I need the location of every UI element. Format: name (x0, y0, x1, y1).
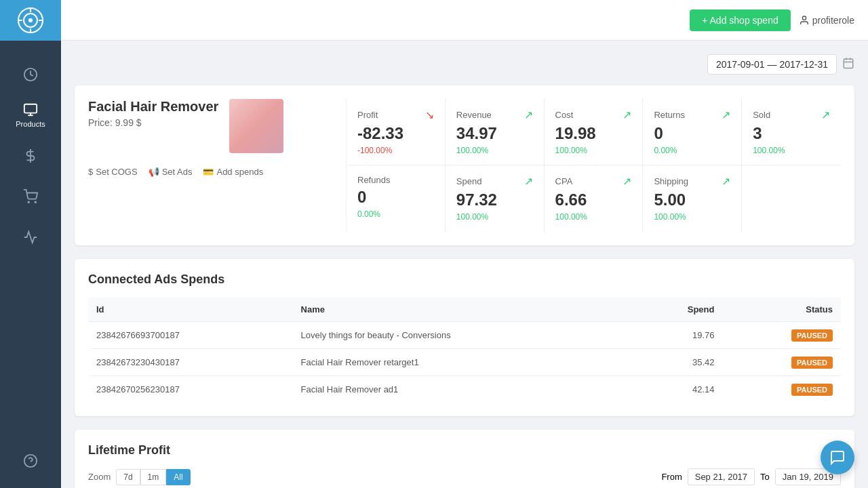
trend-up-icon: ↗ (722, 108, 730, 121)
trend-up-icon: ↗ (524, 175, 533, 188)
card-icon: 💳 (203, 167, 214, 177)
metric-label-profit: Profit (357, 110, 378, 120)
col-name: Name (293, 298, 634, 322)
product-image-placeholder (229, 99, 283, 153)
product-title: Facial Hair Remover (88, 99, 218, 115)
sidebar-item-products-label: Products (16, 120, 45, 128)
metrics-grid: Profit ↘ -82.33 -100.00% Revenue ↗ 34.97… (346, 99, 841, 232)
zoom-1m-button[interactable]: 1m (140, 469, 167, 485)
chat-button[interactable] (821, 441, 854, 474)
metric-cell-profit: Profit ↘ -82.33 -100.00% (347, 99, 446, 165)
metric-label-refunds: Refunds (357, 175, 390, 185)
ads-section: Connected Ads Spends Id Name Spend Statu… (75, 259, 854, 416)
metric-label-sold: Sold (753, 110, 770, 120)
set-ads-label: Set Ads (162, 167, 193, 177)
lifetime-profit-section: Lifetime Profit Zoom 7d 1m All From Sep … (75, 430, 854, 488)
content-area: 2017-09-01 — 2017-12-31 Facial Hair Remo… (61, 41, 868, 488)
chart-date-controls: From Sep 21, 2017 To Jan 19, 2019 (661, 468, 841, 485)
sidebar-item-ads[interactable] (0, 217, 61, 258)
ads-section-title: Connected Ads Spends (88, 272, 841, 287)
metric-cell-revenue: Revenue ↗ 34.97 100.00% (446, 99, 545, 165)
from-date-input[interactable]: Sep 21, 2017 (688, 468, 755, 485)
status-badge: PAUSED (791, 384, 833, 396)
zoom-all-button[interactable]: All (166, 469, 190, 485)
add-shop-spend-button[interactable]: + Add shop spend (690, 9, 791, 31)
zoom-label: Zoom (88, 472, 111, 482)
metric-value-refunds: 0 (357, 188, 434, 207)
metric-pct-returns: 0.00% (654, 146, 730, 155)
ad-spend: 19.76 (634, 322, 723, 349)
trend-up-icon: ↗ (623, 175, 631, 188)
sidebar-item-reports[interactable] (0, 54, 61, 95)
set-cogs-label: Set COGS (96, 167, 137, 177)
ad-name: Facial Hair Remover ad1 (293, 376, 634, 403)
metric-value-returns: 0 (654, 124, 730, 143)
metric-header-revenue: Revenue ↗ (456, 108, 533, 121)
add-spends-link[interactable]: 💳 Add spends (203, 167, 263, 177)
metric-header-spend: Spend ↗ (456, 175, 533, 188)
metric-header-cpa: CPA ↗ (555, 175, 632, 188)
ad-status: PAUSED (722, 322, 841, 349)
set-cogs-link[interactable]: $ Set COGS (88, 167, 138, 177)
metric-label-cost: Cost (555, 110, 574, 120)
sidebar-item-cart[interactable] (0, 176, 61, 217)
sidebar-item-finances[interactable] (0, 136, 61, 176)
status-badge: PAUSED (791, 357, 833, 369)
metric-pct-cost: 100.00% (555, 146, 632, 155)
product-actions: $ Set COGS 📢 Set Ads 💳 Add spends (88, 167, 346, 177)
date-range-value[interactable]: 2017-09-01 — 2017-12-31 (707, 54, 837, 75)
metric-label-revenue: Revenue (456, 110, 492, 120)
user-icon (799, 15, 810, 26)
metric-label-cpa: CPA (555, 176, 573, 186)
metric-header-returns: Returns ↗ (654, 108, 730, 121)
set-ads-link[interactable]: 📢 Set Ads (149, 167, 193, 177)
metric-value-shipping: 5.00 (654, 190, 730, 209)
trend-up-icon: ↗ (722, 175, 730, 188)
metric-value-cpa: 6.66 (555, 190, 632, 209)
ad-id: 23842670256230187 (88, 376, 293, 403)
ad-status: PAUSED (722, 376, 841, 403)
metric-header-cost: Cost ↗ (555, 108, 632, 121)
product-image (229, 99, 283, 153)
metric-cell-returns: Returns ↗ 0 0.00% (643, 99, 742, 165)
metric-cell-cost: Cost ↗ 19.98 100.00% (545, 99, 644, 165)
metric-pct-revenue: 100.00% (456, 146, 533, 155)
status-badge: PAUSED (791, 329, 833, 342)
to-label: To (760, 472, 770, 482)
sidebar-item-products[interactable]: Products (0, 95, 61, 136)
product-price: Price: 9.99 $ (88, 117, 218, 128)
app-logo[interactable] (0, 0, 61, 41)
metric-value-spend: 97.32 (456, 190, 533, 209)
sidebar-item-help[interactable] (0, 441, 61, 481)
metric-pct-refunds: 0.00% (357, 209, 434, 219)
ad-id: 23842673230430187 (88, 349, 293, 376)
ads-table: Id Name Spend Status 23842676693700187 L… (88, 298, 841, 403)
from-label: From (661, 472, 682, 482)
metric-header-profit: Profit ↘ (357, 108, 434, 121)
trend-up-icon: ↗ (623, 108, 631, 121)
svg-point-2 (28, 18, 33, 22)
col-id: Id (88, 298, 293, 322)
metric-header-shipping: Shipping ↗ (654, 175, 730, 188)
metric-label-spend: Spend (456, 176, 482, 186)
metric-label-shipping: Shipping (654, 176, 688, 186)
metric-cell-spend: Spend ↗ 97.32 100.00% (446, 165, 545, 232)
trend-down-icon: ↘ (425, 108, 434, 121)
metric-label-returns: Returns (654, 110, 685, 120)
sidebar: Products (0, 0, 61, 488)
metric-pct-profit: -100.00% (357, 146, 434, 155)
ad-spend: 35.42 (634, 349, 723, 376)
metric-header-sold: Sold ↗ (753, 108, 830, 121)
metric-pct-cpa: 100.00% (555, 212, 632, 222)
topbar: + Add shop spend profiterole (61, 0, 868, 41)
zoom-7d-button[interactable]: 7d (116, 469, 140, 485)
product-card: Facial Hair Remover Price: 9.99 $ $ Set … (75, 85, 854, 245)
metric-value-revenue: 34.97 (456, 124, 533, 143)
ad-name: Facial Hair Remover retarget1 (293, 349, 634, 376)
table-row: 23842673230430187 Facial Hair Remover re… (88, 349, 841, 376)
metric-cell-cpa: CPA ↗ 6.66 100.00% (545, 165, 644, 232)
calendar-icon[interactable] (842, 57, 854, 72)
metric-header-refunds: Refunds (357, 175, 434, 185)
metric-value-profit: -82.33 (357, 124, 434, 143)
ad-status: PAUSED (722, 349, 841, 376)
